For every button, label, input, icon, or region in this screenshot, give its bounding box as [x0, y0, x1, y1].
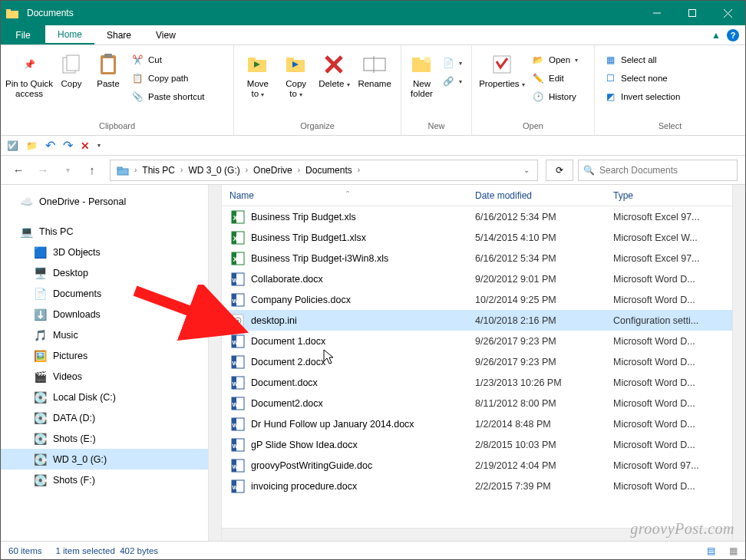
list-scrollbar-horizontal[interactable] — [222, 528, 732, 541]
table-row[interactable]: XBusiness Trip Budget.xls6/16/2012 5:34 … — [222, 206, 745, 227]
svg-text:W: W — [233, 339, 239, 346]
sidebar-item-onedrive[interactable]: ☁️ OneDrive - Personal — [1, 191, 221, 212]
folder-icon: 🖼️ — [33, 349, 47, 363]
search-input[interactable]: 🔍 Search Documents — [578, 160, 738, 181]
breadcrumb-root-icon[interactable] — [114, 165, 132, 176]
new-folder-qat-icon[interactable]: 📁 — [26, 140, 38, 151]
table-row[interactable]: WDocument 1.docx9/26/2017 9:23 PMMicroso… — [222, 331, 745, 351]
sidebar-item-shots-f-[interactable]: 💽Shots (F:) — [1, 469, 221, 490]
select-all-button[interactable]: ▦Select all — [601, 51, 683, 68]
table-row[interactable]: WDocument 2.docx9/26/2017 9:23 PMMicroso… — [222, 351, 745, 372]
table-row[interactable]: Winvoicing procedure.docx2/2/2015 7:39 P… — [222, 476, 745, 496]
table-row[interactable]: WgroovyPostWritingGuide.doc2/19/2012 4:0… — [222, 455, 745, 476]
redo-icon[interactable]: ↷ — [63, 138, 73, 153]
column-header-type[interactable]: Type — [606, 190, 745, 201]
svg-text:X: X — [233, 255, 238, 263]
history-button[interactable]: 🕑History — [529, 88, 581, 105]
chevron-right-icon[interactable]: › — [355, 166, 362, 174]
chevron-right-icon[interactable]: › — [295, 166, 302, 174]
sidebar-item-data-d-[interactable]: 💽DATA (D:) — [1, 407, 221, 428]
pin-to-quick-access-button[interactable]: 📌 Pin to Quick access — [5, 48, 53, 102]
svg-rect-10 — [104, 54, 112, 58]
sidebar-item-wd-3-0-g-[interactable]: 💽WD 3_0 (G:) — [1, 449, 221, 469]
table-row[interactable]: WCompany Policies.docx10/2/2014 9:25 PMM… — [222, 289, 745, 310]
table-row[interactable]: WDocument2.docx8/11/2012 8:00 PMMicrosof… — [222, 393, 745, 413]
table-row[interactable]: WDocument.docx1/23/2013 10:26 PMMicrosof… — [222, 372, 745, 393]
delete-qat-icon[interactable]: ✕ — [81, 140, 90, 152]
open-button[interactable]: 📂Open ▾ — [529, 51, 581, 68]
minimize-button[interactable] — [639, 1, 675, 25]
breadcrumb-seg-0[interactable]: This PC — [139, 165, 178, 176]
folder-icon: 🟦 — [33, 245, 47, 259]
sidebar-item-documents[interactable]: 📄Documents — [1, 283, 221, 304]
view-tab[interactable]: View — [144, 25, 188, 44]
file-date: 8/11/2012 8:00 PM — [467, 398, 606, 409]
sidebar-item-local-disk-c-[interactable]: 💽Local Disk (C:) — [1, 387, 221, 407]
maximize-button[interactable] — [675, 1, 710, 25]
file-date: 9/20/2012 9:01 PM — [467, 274, 606, 285]
home-tab[interactable]: Home — [45, 25, 94, 44]
help-icon[interactable]: ? — [727, 29, 739, 41]
new-item-dropdown[interactable]: 📄▾ — [439, 54, 465, 71]
breadcrumb-seg-2[interactable]: OneDrive — [250, 165, 295, 176]
sidebar-scrollbar[interactable] — [208, 185, 221, 541]
back-button[interactable]: ← — [8, 160, 28, 180]
address-bar-row: ← → ▾ ↑ › This PC › WD 3_0 (G:) › OneDri… — [1, 156, 745, 185]
collapse-ribbon-icon[interactable]: ▲ — [711, 30, 721, 41]
sidebar-item-shots-e-[interactable]: 💽Shots (E:) — [1, 428, 221, 449]
list-scrollbar-vertical[interactable] — [732, 185, 745, 541]
sidebar-item-desktop[interactable]: 🖥️Desktop — [1, 262, 221, 283]
view-large-icons-icon[interactable]: ▦ — [729, 545, 738, 556]
table-row[interactable]: desktop.ini4/10/2018 2:16 PMConfiguratio… — [222, 310, 745, 331]
breadcrumb-seg-3[interactable]: Documents — [302, 165, 355, 176]
sidebar-item-this-pc[interactable]: 💻 This PC — [1, 221, 221, 242]
recent-locations-dropdown[interactable]: ▾ — [58, 160, 78, 180]
properties-button[interactable]: Properties ▾ — [477, 48, 527, 92]
paste-shortcut-button[interactable]: 📎Paste shortcut — [128, 88, 208, 105]
refresh-button[interactable]: ⟳ — [546, 160, 573, 181]
cut-button[interactable]: ✂️Cut — [128, 51, 208, 68]
sidebar-item-3d-objects[interactable]: 🟦3D Objects — [1, 242, 221, 262]
view-details-icon[interactable]: ▤ — [707, 545, 715, 556]
table-row[interactable]: XBusiness Trip Budget1.xlsx5/14/2015 4:1… — [222, 227, 745, 248]
edit-button[interactable]: ✏️Edit — [529, 70, 581, 87]
sidebar-item-pictures[interactable]: 🖼️Pictures — [1, 345, 221, 366]
svg-point-42 — [237, 319, 239, 321]
address-dropdown-icon[interactable]: ⌄ — [521, 166, 534, 174]
column-header-date[interactable]: Date modified — [467, 190, 606, 201]
table-row[interactable]: WgP Slide Show Idea.docx2/8/2015 10:03 P… — [222, 434, 745, 455]
table-row[interactable]: WDr Hund Follow up January 2014.docx1/2/… — [222, 413, 745, 434]
chevron-right-icon[interactable]: › — [178, 166, 185, 174]
copy-to-button[interactable]: Copy to ▾ — [277, 48, 315, 102]
folder-icon: 💽 — [33, 453, 47, 466]
copy-path-button[interactable]: 📋Copy path — [128, 70, 208, 87]
column-header-name[interactable]: Nameˆ — [222, 190, 467, 201]
navigation-pane[interactable]: ☁️ OneDrive - Personal 💻 This PC 🟦3D Obj… — [1, 185, 222, 541]
select-none-button[interactable]: ☐Select none — [601, 70, 683, 87]
rename-button[interactable]: Rename — [353, 48, 396, 92]
table-row[interactable]: XBusiness Trip Budget-i3Win8.xls6/16/201… — [222, 248, 745, 268]
file-tab[interactable]: File — [1, 25, 45, 44]
breadcrumb[interactable]: › This PC › WD 3_0 (G:) › OneDrive › Doc… — [110, 160, 538, 181]
sidebar-item-downloads[interactable]: ⬇️Downloads — [1, 304, 221, 324]
easy-access-dropdown[interactable]: 🔗▾ — [439, 73, 465, 90]
undo-icon[interactable]: ↶ — [45, 138, 55, 153]
paste-button[interactable]: Paste — [90, 48, 127, 92]
table-row[interactable]: WCollaborate.docx9/20/2012 9:01 PMMicros… — [222, 268, 745, 289]
close-button[interactable] — [710, 1, 745, 25]
chevron-right-icon[interactable]: › — [243, 166, 250, 174]
sidebar-item-videos[interactable]: 🎬Videos — [1, 366, 221, 387]
forward-button[interactable]: → — [33, 160, 53, 180]
qat-dropdown-icon[interactable]: ▾ — [97, 142, 101, 149]
new-folder-button[interactable]: New folder — [406, 48, 437, 102]
up-button[interactable]: ↑ — [82, 160, 102, 180]
properties-qat-icon[interactable]: ☑️ — [7, 140, 18, 151]
move-to-button[interactable]: Move to ▾ — [239, 48, 277, 102]
delete-button[interactable]: Delete ▾ — [315, 48, 354, 92]
sidebar-item-music[interactable]: 🎵Music — [1, 324, 221, 345]
breadcrumb-seg-1[interactable]: WD 3_0 (G:) — [185, 165, 243, 176]
share-tab[interactable]: Share — [94, 25, 144, 44]
chevron-right-icon[interactable]: › — [132, 166, 139, 174]
copy-button[interactable]: Copy — [53, 48, 90, 92]
invert-selection-button[interactable]: ◩Invert selection — [601, 88, 683, 105]
